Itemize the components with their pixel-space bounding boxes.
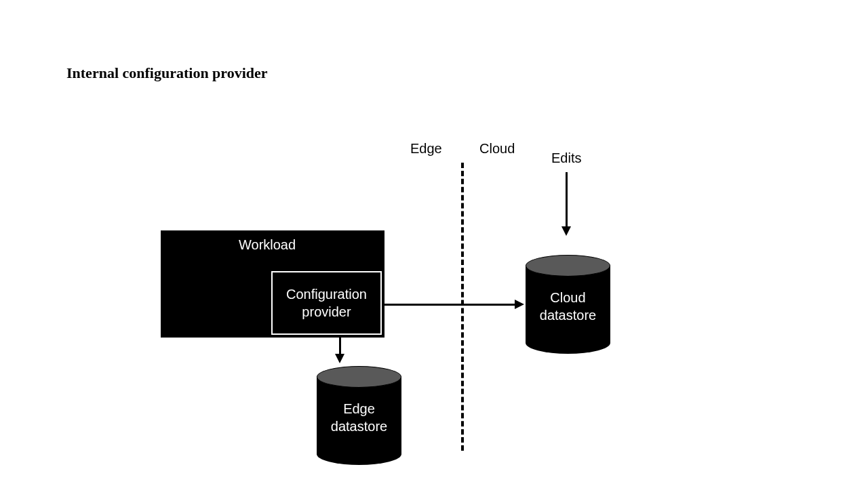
edits-label: Edits xyxy=(551,150,581,166)
edge-region-label: Edge xyxy=(410,141,442,157)
edge-datastore-label: Edge datastore xyxy=(317,400,401,435)
edge-cloud-divider xyxy=(461,163,464,451)
edge-datastore: Edge datastore xyxy=(317,366,401,465)
arrow-head-edge-icon xyxy=(335,354,344,363)
cloud-region-label: Cloud xyxy=(479,141,515,157)
cloud-datastore-label: Cloud datastore xyxy=(526,289,610,324)
arrow-edits-to-cloud xyxy=(566,172,568,228)
arrow-head-cloud-icon xyxy=(515,300,524,309)
cloud-datastore: Cloud datastore xyxy=(526,255,610,354)
arrow-to-edge-datastore xyxy=(339,338,341,355)
workload-label: Workload xyxy=(239,237,296,253)
arrow-head-edits-icon xyxy=(561,226,571,236)
arrow-to-cloud-datastore xyxy=(384,304,516,306)
diagram-title: Internal configuration provider xyxy=(66,64,268,82)
configuration-provider-box: Configuration provider xyxy=(271,271,382,335)
